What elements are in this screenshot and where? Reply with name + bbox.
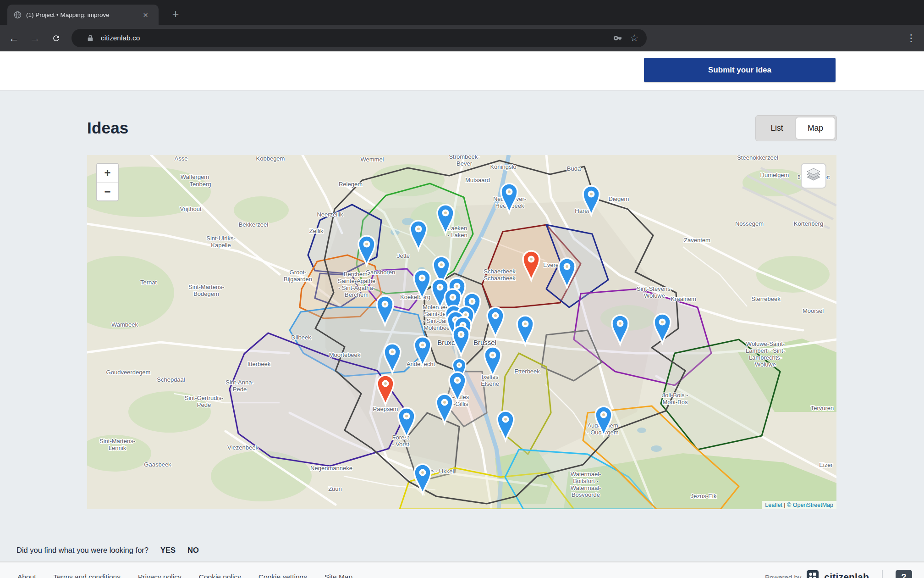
- map-place-label: Jette: [397, 252, 410, 259]
- map-place-label: Asse: [175, 155, 188, 162]
- pin-hole-center: [421, 471, 424, 474]
- pin-hole-center: [439, 286, 441, 289]
- browser-toolbar: ← → citizenlab.co ☆ ⋮: [0, 25, 924, 51]
- footer-link[interactable]: Privacy policy: [138, 573, 182, 578]
- pin-hole-center: [456, 285, 458, 288]
- ideas-map[interactable]: AsseKobbegemWemmelStrombeek-BeverKonings…: [87, 155, 836, 509]
- map-place-label: Goudveerdegem: [106, 369, 151, 376]
- map-place-label: Tenberg: [190, 181, 211, 188]
- pin-hole-center: [524, 322, 527, 325]
- map-place-label: Moorsel: [803, 307, 824, 314]
- map-place-label: Ganshoren: [366, 269, 395, 276]
- footer-links: AboutTerms and conditionsPrivacy policyC…: [17, 573, 352, 578]
- pin-hole-center: [590, 193, 593, 195]
- map-place-label: Zaventem: [684, 237, 710, 244]
- pin-hole-center: [391, 350, 394, 353]
- map-place-label: Koekelberg: [400, 294, 430, 300]
- map-place-label: IxellesElsene: [481, 373, 499, 387]
- pin-hole-center: [417, 228, 420, 230]
- map-place-label: Eizer: [819, 461, 833, 468]
- map-place-label: Watermael-Boitsfort -Watermaal-Bosvoorde: [571, 471, 601, 498]
- map-place-label: Kobbegem: [256, 155, 285, 162]
- map-place-label: Dilbeek: [291, 334, 311, 341]
- tab-close-icon[interactable]: ×: [141, 10, 150, 20]
- pin-hole-center: [504, 418, 507, 421]
- pin-hole-center: [491, 354, 494, 356]
- map-place-label: Sint-Martens-Bodegem: [188, 283, 224, 297]
- pin-hole-center: [458, 364, 461, 367]
- map-place-label: Humelgem: [760, 172, 789, 178]
- map-canvas[interactable]: AsseKobbegemWemmelStrombeek-BeverKonings…: [87, 155, 836, 509]
- submit-idea-button[interactable]: Submit your idea: [644, 58, 836, 82]
- layers-icon: [806, 168, 821, 183]
- zoom-out-button[interactable]: −: [97, 182, 118, 200]
- leaflet-link[interactable]: Leaflet: [765, 502, 782, 508]
- tab-map-view[interactable]: Map: [796, 117, 835, 139]
- map-place-label: Brussel: [473, 339, 496, 346]
- pin-hole-center: [384, 382, 387, 385]
- url-text[interactable]: citizenlab.co: [101, 34, 606, 42]
- forward-button: →: [26, 29, 44, 47]
- pin-hole-center: [405, 415, 408, 417]
- map-place-label: Bekkerzeel: [239, 221, 268, 228]
- feedback-no-button[interactable]: NO: [187, 546, 199, 555]
- pin-hole-center: [661, 321, 664, 323]
- pin-hole-center: [602, 413, 605, 416]
- map-place-label: Kraainem: [671, 295, 696, 302]
- layers-control[interactable]: [801, 163, 826, 189]
- map-place-label: Etterbeek: [514, 368, 540, 375]
- osm-link[interactable]: © OpenStreetMap: [787, 502, 833, 508]
- pin-hole-center: [471, 300, 473, 303]
- map-place-label: Mutsaard: [465, 177, 490, 183]
- bookmark-star-icon[interactable]: ☆: [629, 33, 639, 43]
- map-place-label: Gaasbeek: [144, 461, 171, 468]
- map-place-label: Zuun: [328, 485, 342, 492]
- tab-list-view[interactable]: List: [758, 117, 796, 139]
- footer-link[interactable]: Terms and conditions: [54, 573, 121, 578]
- footer-link[interactable]: Cookie settings: [258, 573, 307, 578]
- citizenlab-logo-icon: [807, 570, 819, 578]
- map-place-label: Neerzellik: [317, 211, 343, 218]
- map-place-label: Buda: [567, 165, 581, 172]
- map-place-label: Moortebeek: [329, 351, 361, 358]
- map-place-label: Ternat: [140, 279, 157, 286]
- back-button[interactable]: ←: [5, 29, 23, 47]
- footer-link[interactable]: About: [17, 573, 36, 578]
- pin-hole-center: [508, 190, 511, 193]
- browser-menu-icon[interactable]: ⋮: [903, 33, 919, 44]
- zoom-in-button[interactable]: +: [97, 164, 118, 182]
- feedback-yes-button[interactable]: YES: [160, 546, 176, 555]
- map-place-label: Koningslo: [490, 163, 516, 170]
- footer-link[interactable]: Cookie policy: [199, 573, 241, 578]
- map-place-label: Negenmanneke: [310, 465, 352, 472]
- globe-favicon-icon: [14, 11, 22, 19]
- new-tab-button[interactable]: +: [169, 7, 182, 20]
- address-bar[interactable]: citizenlab.co ☆: [72, 29, 647, 47]
- reload-button[interactable]: [47, 29, 65, 47]
- map-place-label: Sterrebeek: [751, 295, 781, 302]
- map-place-label: Zellik: [309, 228, 324, 234]
- map-place-label: Relegem: [339, 181, 363, 188]
- map-place-label: Evere: [543, 261, 559, 268]
- map-place-label: Wemmel: [360, 156, 384, 163]
- pin-hole-center: [530, 258, 533, 261]
- map-place-label: Wambeek: [111, 321, 138, 328]
- tab-strip: (1) Project • Mapping: improve × +: [0, 0, 924, 25]
- help-button[interactable]: ?: [896, 570, 912, 578]
- map-place-label: Vrijthout: [180, 206, 202, 212]
- password-key-icon[interactable]: [613, 33, 623, 43]
- pin-hole-center: [451, 296, 454, 299]
- map-zoom-control: + −: [96, 163, 119, 201]
- feedback-bar: Did you find what you were looking for? …: [16, 546, 211, 555]
- pin-hole-center: [384, 303, 386, 306]
- browser-tab[interactable]: (1) Project • Mapping: improve ×: [7, 5, 159, 25]
- powered-by-label: Powered by: [765, 573, 801, 578]
- green-area: [234, 196, 289, 224]
- pin-hole-center: [566, 265, 568, 268]
- page-content: Ideas List Map AsseKobbegemWemmelStrombe…: [0, 91, 924, 561]
- pin-hole-center: [443, 401, 446, 404]
- footer-link[interactable]: Site Map: [324, 573, 352, 578]
- map-place-label: Laeken- Laken: [447, 225, 467, 239]
- citizenlab-wordmark[interactable]: citizenlab: [824, 572, 869, 578]
- site-header: Submit your idea: [0, 51, 924, 91]
